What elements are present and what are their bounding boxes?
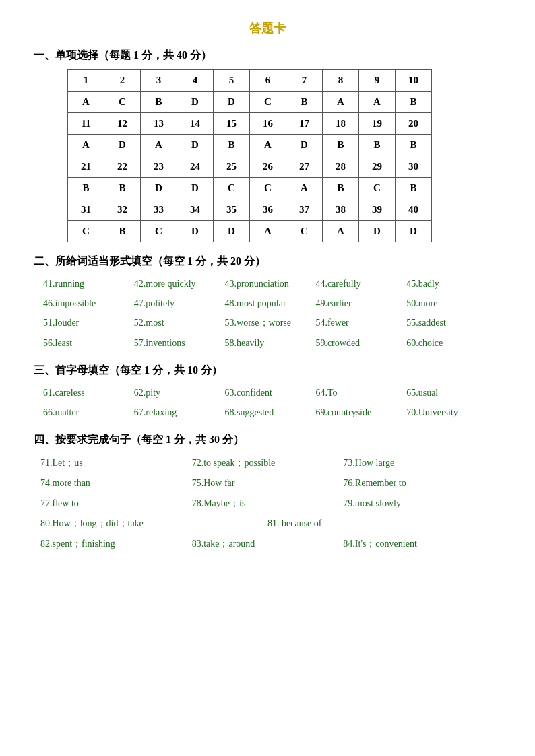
table-cell: B xyxy=(323,178,359,199)
table-cell: B xyxy=(286,92,323,113)
section2-title: 二、所给词适当形式填空（每空 1 分，共 20 分） xyxy=(34,254,501,269)
table-cell: C xyxy=(286,221,323,242)
table-cell: D xyxy=(396,221,432,242)
sentence-item: 84.It's；convenient xyxy=(343,535,495,553)
table-cell: D xyxy=(177,221,214,242)
section4-title: 四、按要求完成句子（每空 1 分，共 30 分） xyxy=(34,433,501,447)
answer-item: 57.inventions xyxy=(131,335,222,351)
section4-answers: 71.Let；us72.to speak；possible73.How larg… xyxy=(40,454,495,553)
table-cell: B xyxy=(68,178,104,199)
table-cell: A xyxy=(359,92,396,113)
table-cell: D xyxy=(104,135,141,156)
answer-item: 51.louder xyxy=(40,314,131,331)
answer-item: 43.pronunciation xyxy=(222,275,313,292)
sentence-item: 78.Maybe；is xyxy=(192,494,344,513)
answer-item: 53.worse；worse xyxy=(222,314,313,331)
table-cell: B xyxy=(396,135,432,156)
table-cell: D xyxy=(177,135,214,156)
answer-item: 55.saddest xyxy=(404,314,495,331)
table-cell: A xyxy=(250,221,286,242)
table-cell: 24 xyxy=(177,156,214,178)
section3-title: 三、首字母填空（每空 1 分，共 10 分） xyxy=(34,364,501,378)
table-cell: 32 xyxy=(104,199,141,221)
table-cell: D xyxy=(141,178,177,199)
table-cell: 7 xyxy=(286,70,323,92)
table-cell: A xyxy=(68,135,104,156)
table-cell: 14 xyxy=(177,113,214,135)
sentence-item: 82.spent；finishing xyxy=(40,535,192,553)
sentence-item: 74.more than xyxy=(40,474,192,493)
answer-item: 50.more xyxy=(404,295,495,312)
table-cell: 27 xyxy=(286,156,323,178)
table-cell: 17 xyxy=(286,113,323,135)
section1-title: 一、单项选择（每题 1 分，共 40 分） xyxy=(34,48,501,63)
answer-item: 69.countryside xyxy=(313,404,404,421)
table-cell: B xyxy=(104,221,141,242)
table-cell: B xyxy=(141,92,177,113)
table-cell: 29 xyxy=(359,156,396,178)
answer-item: 64.To xyxy=(313,384,404,401)
answer-item: 42.more quickly xyxy=(131,275,222,292)
sentence-item: 75.How far xyxy=(192,474,344,493)
sentence-item: 71.Let；us xyxy=(40,454,192,473)
answer-item: 60.choice xyxy=(404,335,495,351)
section2-grid: 41.running42.more quickly43.pronunciatio… xyxy=(40,275,495,351)
table-cell: 34 xyxy=(177,199,214,221)
table-cell: A xyxy=(68,92,104,113)
table-cell: D xyxy=(214,221,250,242)
sentence-row: 80.How；long；did；take81. because of xyxy=(40,514,495,533)
table-cell: 9 xyxy=(359,70,396,92)
table-cell: 6 xyxy=(250,70,286,92)
sentence-row: 82.spent；finishing83.take；around84.It's；… xyxy=(40,535,495,553)
table-cell: B xyxy=(214,135,250,156)
answer-item: 49.earlier xyxy=(313,295,404,312)
answer-item: 62.pity xyxy=(131,384,222,401)
page-title: 答题卡 xyxy=(34,20,501,36)
answer-item: 65.usual xyxy=(404,384,495,401)
table-cell: 33 xyxy=(141,199,177,221)
answer-item: 70.University xyxy=(404,404,495,421)
sentence-row: 77.flew to78.Maybe；is79.most slowly xyxy=(40,494,495,513)
answer-item: 46.impossible xyxy=(40,295,131,312)
table-cell: C xyxy=(359,178,396,199)
table-cell: 1 xyxy=(68,70,104,92)
table-cell: 40 xyxy=(396,199,432,221)
answer-item: 48.most popular xyxy=(222,295,313,312)
table-cell: 37 xyxy=(286,199,323,221)
answer-item: 45.badly xyxy=(404,275,495,292)
answer-item: 58.heavily xyxy=(222,335,313,351)
table-cell: 11 xyxy=(68,113,104,135)
table-cell: B xyxy=(396,92,432,113)
table-cell: D xyxy=(214,92,250,113)
sentence-item: 79.most slowly xyxy=(343,494,495,513)
table-cell: 15 xyxy=(214,113,250,135)
table-cell: B xyxy=(323,135,359,156)
sentence-row: 74.more than75.How far76.Remember to xyxy=(40,474,495,493)
answer-item: 54.fewer xyxy=(313,314,404,331)
table-cell: 35 xyxy=(214,199,250,221)
answers-table: 12345678910ACBDDCBAAB1112131415161718192… xyxy=(67,69,432,242)
table-cell: 2 xyxy=(104,70,141,92)
answer-item: 52.most xyxy=(131,314,222,331)
table-cell: 38 xyxy=(323,199,359,221)
answer-item: 61.careless xyxy=(40,384,131,401)
table-cell: B xyxy=(359,135,396,156)
section3-grid: 61.careless62.pity63.confident64.To65.us… xyxy=(40,384,495,421)
table-cell: D xyxy=(177,178,214,199)
table-cell: D xyxy=(177,92,214,113)
table-cell: 16 xyxy=(250,113,286,135)
table-cell: 28 xyxy=(323,156,359,178)
table-cell: C xyxy=(250,178,286,199)
sentence-item: 76.Remember to xyxy=(343,474,495,493)
table-cell: D xyxy=(359,221,396,242)
answer-item: 44.carefully xyxy=(313,275,404,292)
answer-item: 67.relaxing xyxy=(131,404,222,421)
table-cell: C xyxy=(250,92,286,113)
table-cell: A xyxy=(286,178,323,199)
table-cell: A xyxy=(141,135,177,156)
table-cell: 12 xyxy=(104,113,141,135)
answer-item: 66.matter xyxy=(40,404,131,421)
table-cell: A xyxy=(250,135,286,156)
table-cell: D xyxy=(286,135,323,156)
answer-item: 59.crowded xyxy=(313,335,404,351)
